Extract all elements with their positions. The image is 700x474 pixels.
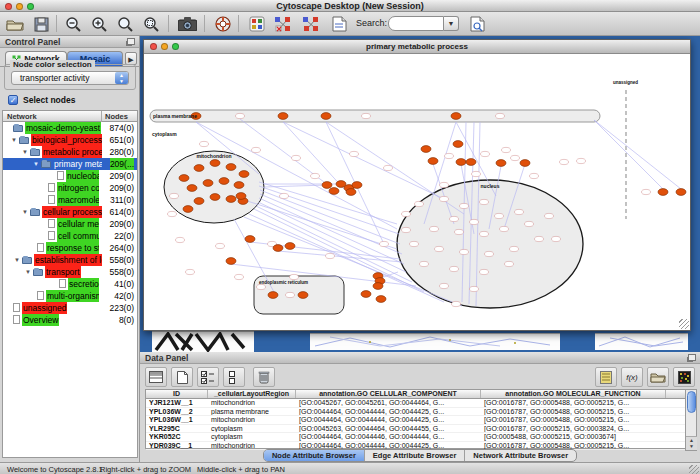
float-panel-icon[interactable] bbox=[688, 354, 696, 361]
tree-row-cellular-process[interactable]: ▼cellular process614(0) bbox=[3, 206, 137, 218]
node-unselected[interactable] bbox=[552, 236, 561, 241]
node-unselected[interactable] bbox=[470, 286, 479, 291]
node-selected[interactable] bbox=[179, 175, 189, 182]
node-unselected[interactable] bbox=[430, 226, 439, 231]
tree-row-label[interactable]: biological_process bbox=[31, 134, 102, 146]
node-unselected[interactable] bbox=[186, 269, 195, 274]
tree-row-cellular-metabo[interactable]: cellular metabo209(0) bbox=[3, 218, 137, 230]
column-header-3[interactable]: annotation.GO CELLULAR_COMPONENT bbox=[296, 390, 481, 398]
background-window-fragment[interactable] bbox=[152, 331, 254, 352]
search-dropdown-button[interactable]: ▼ bbox=[444, 16, 459, 31]
compartment-nucleus[interactable] bbox=[397, 180, 583, 308]
node-unselected[interactable] bbox=[435, 246, 444, 251]
node-unselected[interactable] bbox=[235, 274, 244, 279]
tree-row-label[interactable]: Overview bbox=[22, 314, 59, 326]
expand-arrow-icon[interactable]: ▼ bbox=[14, 254, 22, 266]
node-selected[interactable] bbox=[226, 164, 236, 171]
tree-row-macromolecule[interactable]: macromolecule311(0) bbox=[3, 194, 137, 206]
node-unselected[interactable] bbox=[252, 147, 261, 152]
node-selected[interactable] bbox=[234, 182, 244, 189]
tab-node-attribute-browser[interactable]: Node Attribute Browser bbox=[264, 450, 365, 461]
node-unselected[interactable] bbox=[440, 182, 449, 187]
tree-row-primary-metabo[interactable]: ▼primary metabo209(... bbox=[3, 158, 137, 170]
node-selected[interactable] bbox=[210, 194, 220, 201]
node-unselected[interactable] bbox=[384, 165, 393, 170]
node-selected[interactable] bbox=[329, 188, 339, 195]
node-selected[interactable] bbox=[373, 283, 383, 290]
edge[interactable] bbox=[283, 122, 344, 189]
network-graph[interactable]: plasma membranecytoplasmmitochondrionnuc… bbox=[144, 54, 690, 330]
tree-row-cell-communicat[interactable]: cell communicat22(0) bbox=[3, 230, 137, 242]
show-all-button[interactable] bbox=[300, 14, 322, 34]
node-selected[interactable] bbox=[496, 160, 506, 167]
node-unselected[interactable] bbox=[216, 243, 225, 248]
table-row[interactable]: YLR295Ccytoplasm[GO:0045263, GO:0044464,… bbox=[146, 425, 685, 434]
tree-row-label[interactable]: transport bbox=[45, 266, 81, 278]
node-unselected[interactable] bbox=[402, 211, 411, 216]
vizmapper-button[interactable] bbox=[246, 14, 268, 34]
tree-row-label[interactable]: nucleobase- bbox=[66, 170, 99, 182]
node-unselected[interactable] bbox=[452, 301, 461, 306]
node-selected[interactable] bbox=[219, 178, 229, 185]
search-config-button[interactable] bbox=[466, 14, 488, 34]
import-attributes-button[interactable] bbox=[647, 367, 669, 387]
node-unselected[interactable] bbox=[415, 201, 424, 206]
compartment-plasma-membrane[interactable] bbox=[150, 110, 600, 122]
tree-row-label[interactable]: establishment of lo bbox=[34, 254, 102, 266]
table-row[interactable]: YKR052Ccytoplasm[GO:0044464, GO:0044446,… bbox=[146, 433, 685, 442]
function-builder-button[interactable]: f(x) bbox=[621, 367, 643, 387]
node-selected[interactable] bbox=[456, 159, 466, 166]
tree-row-response-to-stimul[interactable]: response to stimul264(0) bbox=[3, 242, 137, 254]
node-selected[interactable] bbox=[361, 291, 371, 298]
tree-row-overview[interactable]: Overview8(0) bbox=[3, 314, 137, 326]
search-input[interactable] bbox=[388, 16, 444, 31]
annotation-button[interactable] bbox=[328, 14, 350, 34]
node-unselected[interactable] bbox=[455, 229, 464, 234]
network-canvas[interactable]: plasma membranecytoplasmmitochondrionnuc… bbox=[144, 54, 690, 330]
node-unselected[interactable] bbox=[460, 249, 469, 254]
tree-row-secretion[interactable]: secretion41(0) bbox=[3, 278, 137, 290]
tree-row-nitrogen-compo[interactable]: nitrogen compo209(0) bbox=[3, 182, 137, 194]
node-unselected[interactable] bbox=[460, 203, 469, 208]
select-all-attributes-button[interactable] bbox=[197, 367, 219, 387]
column-header-4[interactable]: annotation.GO MOLECULAR_FUNCTION bbox=[481, 390, 666, 398]
zoom-in-button[interactable] bbox=[88, 14, 110, 34]
tree-row-label[interactable]: cellular process bbox=[42, 206, 102, 218]
tree-row-label[interactable]: unassigned bbox=[22, 302, 67, 314]
scrollbar-arrows[interactable]: ▲▼ bbox=[686, 436, 697, 450]
help-button[interactable] bbox=[212, 14, 234, 34]
tree-row-metabolic-process[interactable]: ▼metabolic process280(0) bbox=[3, 146, 137, 158]
node-selected[interactable] bbox=[194, 198, 204, 205]
column-header-2[interactable]: _cellularLayoutRegion bbox=[208, 390, 296, 398]
open-session-button[interactable] bbox=[4, 14, 26, 34]
hide-selected-button[interactable] bbox=[272, 14, 294, 34]
node-unselected[interactable] bbox=[495, 213, 504, 218]
node-unselected[interactable] bbox=[500, 226, 509, 231]
node-unselected[interactable] bbox=[577, 158, 586, 163]
tab-network-attribute-browser[interactable]: Network Attribute Browser bbox=[465, 450, 576, 461]
node-selected[interactable] bbox=[520, 160, 530, 167]
zoom-out-button[interactable] bbox=[62, 14, 84, 34]
node-selected[interactable] bbox=[236, 193, 246, 200]
expand-arrow-icon[interactable]: ▼ bbox=[33, 158, 41, 170]
tree-row-multi-organism-pro[interactable]: multi-organism pro42(0) bbox=[3, 290, 137, 302]
edge[interactable] bbox=[594, 120, 663, 189]
expand-arrow-icon[interactable]: ▼ bbox=[22, 146, 30, 158]
node-unselected[interactable] bbox=[480, 199, 489, 204]
node-unselected[interactable] bbox=[510, 246, 519, 251]
node-selected[interactable] bbox=[298, 292, 308, 299]
node-unselected[interactable] bbox=[380, 241, 389, 246]
edge[interactable] bbox=[278, 251, 402, 262]
node-unselected[interactable] bbox=[440, 283, 449, 288]
node-unselected[interactable] bbox=[292, 155, 301, 160]
node-unselected[interactable] bbox=[286, 292, 295, 297]
node-selected[interactable] bbox=[226, 258, 236, 265]
node-unselected[interactable] bbox=[511, 155, 520, 160]
table-scrollbar[interactable]: ▲▼ bbox=[685, 389, 697, 451]
edge[interactable] bbox=[283, 122, 444, 199]
node-unselected[interactable] bbox=[480, 231, 489, 236]
scrollbar-thumb[interactable] bbox=[687, 391, 696, 413]
node-selected[interactable] bbox=[466, 159, 476, 166]
node-selected[interactable] bbox=[245, 236, 255, 243]
table-row[interactable]: YPL036W__1mitochondrion[GO:0044464, GO:0… bbox=[146, 416, 685, 425]
